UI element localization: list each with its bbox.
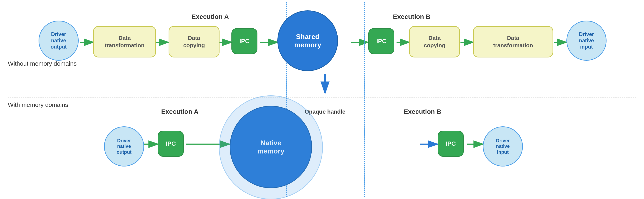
divider	[8, 98, 636, 98]
opaque-handle-label: Opaque handle	[299, 108, 351, 115]
without-memory-domains-label: Without memory domains	[8, 60, 76, 67]
bottom-ipc-right: IPC	[438, 131, 464, 157]
top-data-copying-right: Data copying	[409, 26, 460, 58]
top-data-transformation-left: Data transformation	[93, 26, 156, 58]
vline-right	[364, 2, 365, 197]
diagram-container: Without memory domains With memory domai…	[0, 0, 644, 199]
with-memory-domains-label: With memory domains	[8, 102, 68, 108]
bottom-ipc-left: IPC	[158, 131, 184, 157]
top-exec-b-label: Execution B	[379, 13, 444, 20]
top-driver-native-input: Driver native input	[566, 20, 606, 61]
top-shared-memory: Shared memory	[277, 10, 338, 71]
bottom-driver-native-input: Driver native input	[483, 126, 523, 166]
bottom-exec-b-label: Execution B	[394, 108, 451, 115]
top-data-copying-left: Data copying	[168, 26, 220, 58]
bottom-native-memory: Native memory	[230, 106, 312, 188]
bottom-driver-native-output: Driver native output	[104, 126, 144, 166]
top-driver-native-output: Driver native output	[38, 20, 79, 61]
top-ipc-right: IPC	[368, 28, 394, 54]
top-data-transformation-right: Data transformation	[473, 26, 553, 58]
bottom-exec-a-label: Execution A	[152, 108, 208, 115]
top-exec-a-label: Execution A	[178, 13, 243, 20]
top-ipc-left: IPC	[232, 28, 258, 54]
